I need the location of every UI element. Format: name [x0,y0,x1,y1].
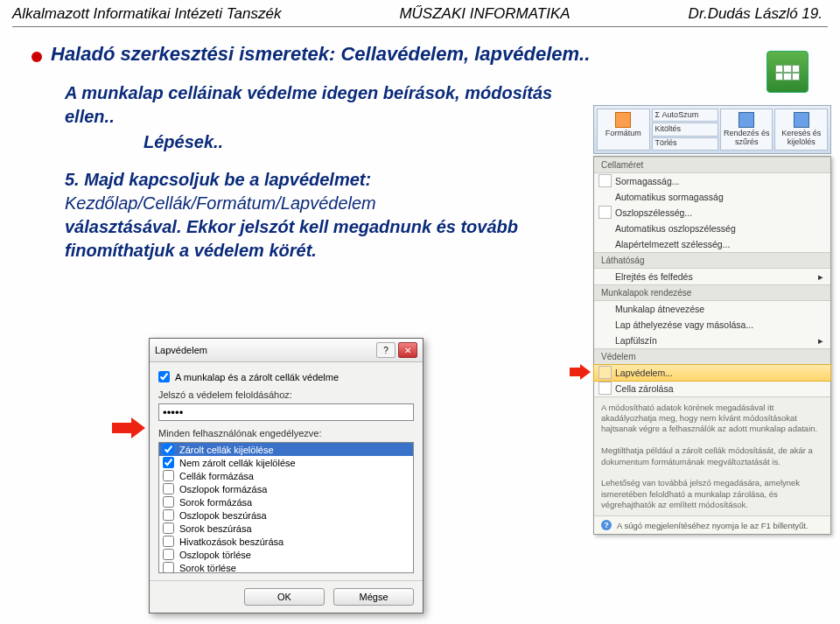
section-sheets: Munkalapok rendezése [594,284,830,301]
format-dropdown-panel: Formátum Σ AutoSzum Kitöltés Törlés Rend… [593,105,831,535]
dialog-titlebar: Lapvédelem ? ✕ [150,339,423,362]
cancel-button[interactable]: Mégse [333,588,414,606]
pointer-arrow-icon [570,364,591,380]
item-auto-col-width[interactable]: Automatikus oszlopszélesség [594,221,830,236]
permission-checkbox[interactable] [163,509,174,521]
ribbon-fill[interactable]: Kitöltés [652,123,718,136]
permission-label: Sorok formázása [179,497,252,508]
close-button[interactable]: ✕ [398,342,417,358]
permission-option[interactable]: Oszlopok törlése [159,548,413,561]
permission-label: Cellák formázása [179,471,254,481]
bullet-icon [32,52,42,62]
item-move-copy-sheet[interactable]: Lap áthelyezése vagy másolása... [594,317,830,333]
ribbon-format-label: Formátum [606,130,641,138]
checkbox-input[interactable] [158,371,170,382]
permission-checkbox[interactable] [163,536,174,547]
permission-checkbox[interactable] [163,496,174,508]
tooltip-description: A módosítható adatok körének megadásával… [594,396,830,515]
ribbon-find-select[interactable]: Keresés és kijelölés [774,109,828,151]
item-hide-unhide[interactable]: Elrejtés és felfedés▸ [594,269,830,284]
permission-checkbox[interactable] [163,470,174,481]
permission-option[interactable]: Sorok formázása [159,495,413,508]
permission-label: Oszlopok formázása [179,484,267,494]
help-button[interactable]: ? [376,342,396,358]
intro-block: A munkalap celláinak védelme idegen beír… [65,81,555,154]
item-row-height[interactable]: Sormagasság... [594,173,830,189]
permission-label: Hivatkozások beszúrása [179,536,284,547]
slide-header: Alkalmazott Informatikai Intézeti Tanszé… [0,0,840,25]
step5-number: 5. [65,170,80,189]
ribbon-sort-filter[interactable]: Rendezés és szűrés [720,109,774,151]
permission-option[interactable]: Oszlopok formázása [159,482,413,495]
ribbon-buttons: Formátum Σ AutoSzum Kitöltés Törlés Rend… [593,105,831,154]
permission-label: Nem zárolt cellák kijelölése [179,458,296,468]
header-right: Dr.Dudás László 19. [689,5,822,23]
steps-label: Lépések.. [144,130,555,154]
section-cellsize: Cellaméret [594,157,830,173]
pointer-arrow-icon [112,417,147,438]
permission-option[interactable]: Oszlopok beszúrása [159,508,413,522]
permission-label: Oszlopok beszúrása [179,510,267,521]
permission-checkbox[interactable] [163,549,174,560]
item-auto-row-height[interactable]: Automatikus sormagasság [594,189,830,205]
ribbon-autosum[interactable]: Σ AutoSzum [652,109,718,122]
section-protection: Védelem [594,348,830,365]
permission-checkbox[interactable] [163,522,174,534]
slide-title: Haladó szerkesztési ismeretek: Cellavéde… [51,43,590,66]
permission-label: Sorok beszúrása [179,523,252,534]
ribbon-clear[interactable]: Törlés [652,137,718,151]
dialog-title: Lapvédelem [155,345,207,355]
checkbox-protect-contents[interactable]: A munkalap és a zárolt cellák védelme [158,371,414,382]
permission-label: Sorok törlése [179,563,236,573]
permission-checkbox[interactable] [163,562,174,573]
permission-option[interactable]: Hivatkozások beszúrása [159,535,413,548]
item-tab-color[interactable]: Lapfülszín▸ [594,333,830,348]
permission-option[interactable]: Sorok beszúrása [159,522,413,535]
password-input[interactable] [158,403,414,421]
permissions-listbox[interactable]: Zárolt cellák kijelöléseNem zárolt cellá… [158,442,414,573]
item-col-width[interactable]: Oszlopszélesség... [594,205,830,221]
allow-label: Minden felhasználónak engedélyezve: [158,428,414,438]
step5-text-b: választásával. Ekkor jelszót kell megadn… [65,217,518,260]
item-lock-cell[interactable]: Cella zárolása [594,381,830,396]
password-label: Jelszó a védelem feloldásához: [158,389,414,400]
format-dropdown: Cellaméret Sormagasság... Automatikus so… [593,156,831,535]
item-protect-sheet[interactable]: Lapvédelem... [593,364,831,382]
step-5: 5. Majd kapcsoljuk be a lapvédelmet: Kez… [65,168,537,263]
permission-label: Oszlopok törlése [179,550,251,560]
header-left: Alkalmazott Informatikai Intézeti Tanszé… [12,5,281,23]
excel-icon [766,51,808,93]
step5-menu-path: Kezdőlap/Cellák/Formátum/Lapvédelem [65,193,376,213]
section-visibility: Láthatóság [594,252,830,269]
step5-text-a: Majd kapcsoljuk be a lapvédelmet: [84,170,371,189]
header-center: MŰSZAKI INFORMATIKA [399,5,570,23]
permission-option[interactable]: Nem zárolt cellák kijelölése [159,456,413,469]
ribbon-format-button[interactable]: Formátum [597,109,650,151]
permission-checkbox[interactable] [163,444,174,455]
protect-sheet-dialog: Lapvédelem ? ✕ A munkalap és a zárolt ce… [149,338,424,613]
permission-label: Zárolt cellák kijelölése [179,445,274,455]
permission-checkbox[interactable] [163,483,174,494]
permission-option[interactable]: Zárolt cellák kijelölése [159,443,413,456]
title-line: Haladó szerkesztési ismeretek: Cellavéde… [32,43,840,66]
help-icon: ? [601,520,612,530]
permission-option[interactable]: Cellák formázása [159,469,413,482]
permission-option[interactable]: Sorok törlése [159,561,413,573]
permission-checkbox[interactable] [163,457,174,468]
item-default-width[interactable]: Alapértelmezett szélesség... [594,236,830,252]
tooltip-footer: ? A súgó megjelenítéséhez nyomja le az F… [594,515,830,534]
ok-button[interactable]: OK [244,588,325,606]
item-rename-sheet[interactable]: Munkalap átnevezése [594,301,830,317]
intro-text: A munkalap celláinak védelme idegen beír… [65,83,552,126]
